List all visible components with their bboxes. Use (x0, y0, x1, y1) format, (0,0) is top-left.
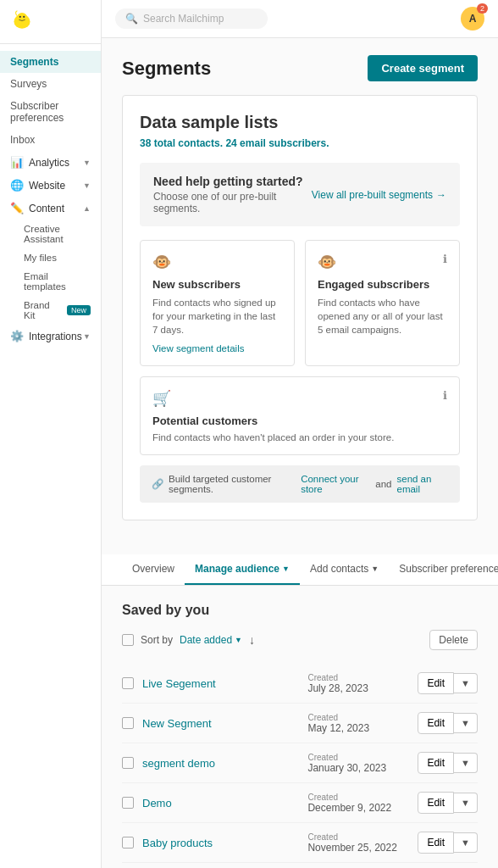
segment-edit-button-3[interactable]: Edit (418, 792, 454, 814)
integrations-icon: ⚙️ (10, 330, 24, 342)
segment-row: New Segment Created May 12, 2023 Edit ▼ (122, 704, 478, 743)
new-subscribers-desc: Find contacts who signed up for your mar… (152, 296, 282, 337)
segment-dropdown-button-2[interactable]: ▼ (454, 753, 478, 773)
page-header: Segments Create segment (122, 55, 478, 81)
subscriber-prefs-label: Subscriber preferences (10, 100, 91, 124)
sidebar-item-email-templates[interactable]: Email templates (17, 267, 101, 296)
data-sample-meta: 38 total contacts. 24 email subscribers. (140, 137, 460, 149)
sidebar-section-content[interactable]: ✏️ Content ▲ (0, 197, 101, 220)
search-bar[interactable]: 🔍 Search Mailchimp (115, 8, 268, 29)
segment-actions-4: Edit ▼ (418, 832, 478, 854)
data-sample-section: Data sample lists 38 total contacts. 24 … (122, 95, 478, 520)
potential-card-header: 🛒 ℹ (152, 389, 447, 415)
segment-checkbox-0[interactable] (122, 677, 134, 689)
help-section: Need help getting started? Choose one of… (140, 163, 460, 226)
sidebar-item-brand-kit[interactable]: Brand Kit New (17, 296, 101, 325)
sidebar-item-surveys[interactable]: Surveys (0, 73, 101, 95)
segment-date-value-0: July 28, 2023 (307, 682, 409, 694)
segment-checkbox-3[interactable] (122, 797, 134, 809)
sidebar: Segments Surveys Subscriber preferences … (0, 0, 102, 868)
segments-label: Segments (10, 56, 58, 68)
segment-name-2[interactable]: segment demo (142, 757, 299, 770)
brand-kit-badge: New (67, 305, 91, 315)
sidebar-nav: Segments Surveys Subscriber preferences … (0, 44, 101, 868)
segment-name-4[interactable]: Baby products (142, 837, 299, 849)
engaged-subscribers-card: 🐵 ℹ Engaged subscribers Find contacts wh… (305, 240, 460, 366)
search-icon: 🔍 (125, 13, 138, 25)
view-prebuilt-link[interactable]: View all pre-built segments → (312, 189, 446, 201)
build-banner-text: Build targeted customer segments. (169, 474, 296, 494)
view-segment-details-link[interactable]: View segment details (152, 343, 282, 353)
main-content: 🔍 Search Mailchimp A 2 Segments Create s… (102, 0, 498, 868)
select-all-checkbox[interactable] (122, 634, 134, 646)
segment-row: Demo Created December 9, 2022 Edit ▼ (122, 783, 478, 823)
total-contacts-count: 38 (140, 137, 151, 149)
segment-dropdown-button-0[interactable]: ▼ (454, 673, 478, 693)
potential-info-icon[interactable]: ℹ (443, 389, 447, 402)
segment-actions-2: Edit ▼ (418, 752, 478, 774)
tab-overview[interactable]: Overview (122, 554, 185, 585)
segment-name-3[interactable]: Demo (142, 797, 299, 810)
send-email-link[interactable]: send an email (396, 474, 448, 494)
segment-edit-button-4[interactable]: Edit (418, 832, 454, 854)
segment-dropdown-button-4[interactable]: ▼ (454, 832, 478, 853)
engaged-subscribers-desc: Find contacts who have opened any or all… (318, 296, 447, 337)
engaged-info-icon[interactable]: ℹ (443, 253, 447, 265)
sidebar-item-inbox[interactable]: Inbox (0, 129, 101, 151)
notification-badge: 2 (477, 3, 488, 14)
segment-name-1[interactable]: New Segment (142, 717, 299, 730)
sidebar-section-integrations[interactable]: ⚙️ Integrations ▼ (0, 325, 101, 348)
segment-actions-1: Edit ▼ (418, 712, 478, 734)
segment-edit-button-1[interactable]: Edit (418, 712, 454, 734)
help-text: Need help getting started? Choose one of… (153, 175, 312, 214)
sort-by-select[interactable]: Date added ▼ (180, 634, 242, 646)
new-subscribers-icon: 🐵 (152, 253, 282, 271)
build-banner-icon: 🔗 (152, 478, 163, 490)
segment-edit-button-0[interactable]: Edit (418, 672, 454, 694)
help-heading: Need help getting started? (153, 175, 312, 188)
tab-manage-audience[interactable]: Manage audience ▼ (185, 554, 300, 585)
engaged-subscribers-title: Engaged subscribers (318, 278, 447, 291)
segment-actions-0: Edit ▼ (418, 672, 478, 694)
sidebar-section-analytics[interactable]: 📊 Analytics ▼ (0, 151, 101, 174)
analytics-chevron: ▼ (83, 159, 91, 167)
segment-checkbox-1[interactable] (122, 717, 134, 729)
segment-date-label-2: Created (307, 753, 409, 762)
segment-checkbox-4[interactable] (122, 837, 134, 849)
search-placeholder-text: Search Mailchimp (143, 13, 224, 25)
tab-add-contacts[interactable]: Add contacts ▼ (300, 554, 389, 585)
connect-store-link[interactable]: Connect your store (301, 474, 370, 494)
potential-customers-card: 🛒 ℹ Potential customers Find contacts wh… (140, 376, 460, 455)
content-chevron: ▲ (83, 204, 91, 213)
build-banner: 🔗 Build targeted customer segments. Conn… (140, 465, 460, 503)
email-subscribers-label: email subscribers. (240, 137, 329, 149)
segment-row: Baby products Created November 25, 2022 … (122, 823, 478, 863)
audience-tabs: Overview Manage audience ▼ Add contacts … (102, 554, 498, 586)
app-logo[interactable] (0, 0, 101, 44)
segment-dropdown-button-1[interactable]: ▼ (454, 713, 478, 733)
create-segment-button[interactable]: Create segment (368, 55, 478, 81)
segment-name-0[interactable]: Live Segement (142, 677, 299, 690)
sidebar-item-my-files[interactable]: My files (17, 248, 101, 267)
segment-date-block-3: Created December 9, 2022 (307, 793, 409, 814)
delete-button[interactable]: Delete (429, 630, 478, 650)
tab-subscriber-preferences[interactable]: Subscriber preferences (389, 554, 498, 585)
segment-edit-button-2[interactable]: Edit (418, 752, 454, 774)
sidebar-section-website[interactable]: 🌐 Website ▼ (0, 174, 101, 197)
sidebar-item-creative-assistant[interactable]: Creative Assistant (17, 220, 101, 248)
segment-dropdown-button-3[interactable]: ▼ (454, 793, 478, 813)
segments-list: Live Segement Created July 28, 2023 Edit… (122, 664, 478, 868)
sidebar-item-segments[interactable]: Segments (0, 51, 101, 73)
engaged-card-header: 🐵 ℹ (318, 253, 447, 278)
data-sample-title: Data sample lists (140, 113, 460, 132)
sidebar-item-subscriber-prefs[interactable]: Subscriber preferences (0, 95, 101, 129)
website-icon: 🌐 (10, 179, 24, 192)
top-bar: 🔍 Search Mailchimp A 2 (102, 0, 498, 38)
analytics-label: Analytics (29, 157, 69, 169)
segment-date-label-1: Created (307, 713, 409, 722)
segment-checkbox-2[interactable] (122, 757, 134, 769)
sort-direction-button[interactable]: ↓ (249, 633, 255, 647)
segment-row: Live Segement Created July 28, 2023 Edit… (122, 664, 478, 704)
arrow-icon: → (436, 189, 446, 201)
new-subscribers-card: 🐵 New subscribers Find contacts who sign… (140, 240, 295, 366)
